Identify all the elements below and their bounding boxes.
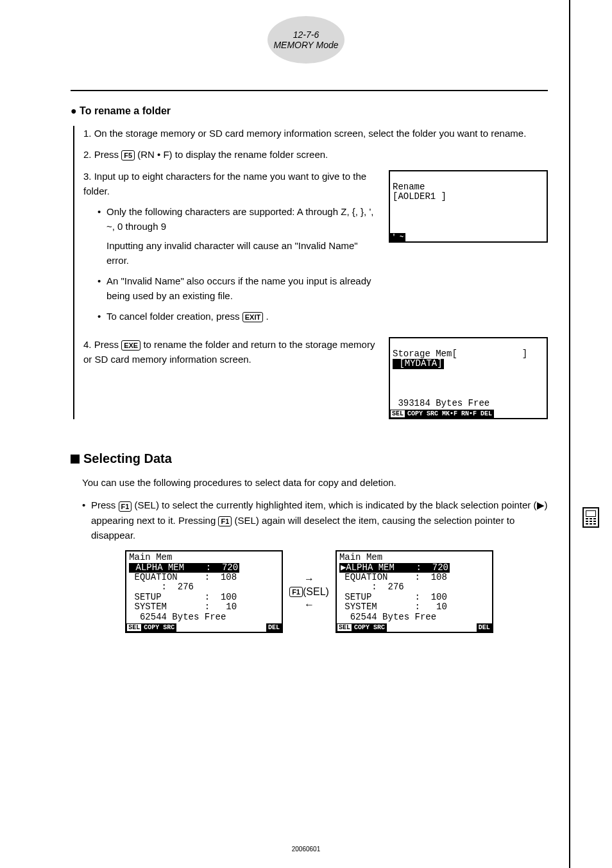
selecting-intro: You can use the following procedures to … [82, 475, 548, 490]
sub-bullet-chars: Only the following characters are suppor… [98, 205, 378, 268]
calculator-icon [582, 507, 599, 528]
lcd-mainmem-right: Main Mem ▶ALPHA MEM : 720 EQUATION : 108… [336, 550, 493, 633]
key-exe: EXE [121, 340, 140, 351]
lcd-left-funcrow: SEL COPY SRC DEL [126, 623, 282, 632]
lcd-storage: Storage Mem[ ] [MYDATA] 393184 Bytes Fre… [389, 337, 548, 420]
lcd-compare-row: Main Mem ALPHA MEM : 720 EQUATION : 108 … [71, 550, 548, 633]
lcd-rename: Rename [AOLDER1 ] ' ~ [389, 170, 548, 243]
key-exit: EXIT [242, 312, 263, 322]
key-f1-b: F1 [218, 516, 232, 526]
arrow-right-icon: → [304, 573, 314, 585]
rename-steps: 1. On the storage memory or SD card memo… [73, 126, 548, 419]
lcd-mainmem-left: Main Mem ALPHA MEM : 720 EQUATION : 108 … [125, 550, 283, 633]
page-ref: 12-7-6 [293, 30, 319, 40]
step-2: 2. Press F5 (RN • F) to display the rena… [83, 147, 548, 162]
selecting-bullet: Press F1 (SEL) to select the currently h… [82, 498, 548, 542]
lcd-storage-funcrow: SEL COPY SRC MK•F RN•F DEL [390, 410, 547, 418]
footer-date: 20060601 [292, 846, 321, 853]
section-title: MEMORY Mode [273, 40, 338, 50]
selecting-heading: Selecting Data [71, 451, 548, 466]
step-4: 4. Press EXE to rename the folder and re… [83, 337, 548, 420]
step-1: 1. On the storage memory or SD card memo… [83, 126, 548, 141]
rename-heading: To rename a folder [71, 105, 548, 117]
step-3: 3. Input up to eight characters for the … [83, 169, 548, 331]
arrow-column: → F1(SEL) ← [289, 573, 329, 611]
page-header-badge: 12-7-6 MEMORY Mode [268, 16, 344, 64]
section-rule [71, 90, 548, 91]
page-right-rule [569, 0, 570, 868]
lcd-right-funcrow: SEL COPY SRC DEL [337, 623, 492, 632]
key-f1-a: F1 [119, 501, 132, 512]
key-f5: F5 [121, 150, 135, 161]
pointer-glyph: ▶ [537, 499, 545, 510]
square-icon [71, 455, 80, 464]
arrow-label: F1(SEL) [289, 586, 329, 598]
sub-bullet-invalid: An "Invalid Name" also occurs if the nam… [98, 274, 378, 303]
sub-bullet-cancel: To cancel folder creation, press EXIT . [98, 309, 378, 324]
arrow-left-icon: ← [304, 599, 314, 611]
lcd-rename-funcrow: ' ~ [390, 233, 547, 241]
